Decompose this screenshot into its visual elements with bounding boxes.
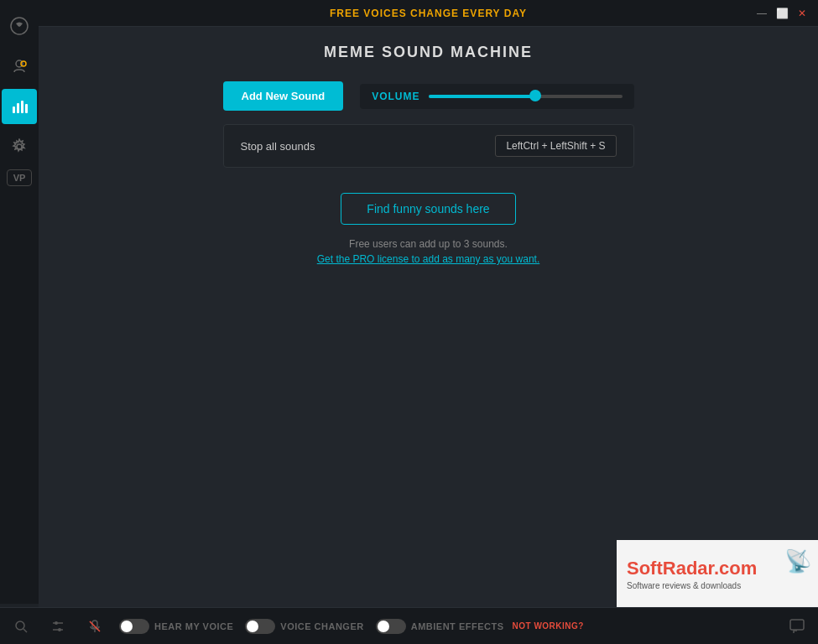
search-icon[interactable] (8, 614, 34, 639)
watermark-logo-soft: Soft (627, 558, 663, 579)
svg-rect-4 (17, 103, 19, 113)
ambient-effects-toggle-wrap: AMBIENT EFFECTS NOT WORKING? (376, 619, 584, 634)
toggle-thumb3 (378, 621, 389, 632)
hear-my-voice-label: HEAR MY VOICE (154, 621, 233, 631)
svg-rect-6 (25, 104, 28, 113)
main-content: MEME SOUND MACHINE Add New Sound VOLUME … (39, 27, 818, 607)
svg-rect-17 (790, 620, 804, 630)
voice-changer-label: VOICE CHANGER (280, 621, 363, 631)
sidebar-item-logo[interactable] (2, 8, 37, 44)
volume-section: VOLUME (360, 84, 633, 109)
sidebar-item-settings[interactable] (2, 129, 37, 164)
watermark-subtitle: Software reviews & downloads (627, 581, 741, 590)
svg-point-13 (58, 628, 61, 631)
find-sounds-button[interactable]: Find funny sounds here (341, 193, 515, 225)
close-button[interactable]: ✕ (793, 4, 811, 23)
sidebar: VP (0, 0, 39, 604)
volume-thumb (529, 90, 541, 101)
svg-rect-5 (21, 101, 23, 113)
pro-link[interactable]: Get the PRO license to add as many as yo… (317, 253, 539, 265)
topbar-title: FREE VOICES CHANGE EVERY DAY (330, 8, 527, 19)
bottombar: HEAR MY VOICE VOICE CHANGER AMBIENT EFFE… (0, 607, 818, 644)
voice-changer-toggle[interactable] (245, 619, 275, 634)
window-controls: — ⬜ ✕ (753, 0, 811, 27)
volume-slider[interactable] (429, 95, 623, 98)
hear-my-voice-toggle-wrap: HEAR MY VOICE (119, 619, 233, 634)
controls-row: Add New Sound VOLUME (223, 81, 634, 111)
svg-point-2 (21, 61, 26, 66)
toggle-thumb2 (247, 621, 258, 632)
free-users-text: Free users can add up to 3 sounds. (349, 238, 508, 250)
sidebar-item-voice[interactable] (2, 49, 37, 84)
toggle-thumb (121, 621, 133, 632)
svg-rect-3 (13, 106, 15, 113)
chat-icon[interactable] (784, 614, 810, 639)
watermark: SoftRadar.com Software reviews & downloa… (617, 540, 818, 607)
hotkey-label: Stop all sounds (241, 140, 315, 153)
voice-changer-toggle-wrap: VOICE CHANGER (245, 619, 363, 634)
volume-fill (429, 95, 535, 98)
page-title: MEME SOUND MACHINE (324, 44, 533, 61)
vp-label: VP (13, 173, 26, 183)
sidebar-item-soundboard[interactable] (2, 89, 37, 124)
svg-point-8 (16, 621, 24, 630)
watermark-satellite-icon: 📡 (784, 548, 811, 574)
watermark-logo: SoftRadar.com (627, 558, 757, 579)
topbar: FREE VOICES CHANGE EVERY DAY — ⬜ ✕ (39, 0, 818, 27)
svg-point-11 (55, 621, 58, 625)
minimize-button[interactable]: — (753, 4, 771, 23)
hotkey-shortcut[interactable]: LeftCtrl + LeftShift + S (495, 135, 616, 157)
restore-button[interactable]: ⬜ (773, 4, 791, 23)
add-sound-button[interactable]: Add New Sound (223, 81, 344, 111)
watermark-logo-radar: Radar (663, 558, 714, 579)
ambient-effects-toggle[interactable] (376, 619, 406, 634)
mic-mute-icon[interactable] (82, 614, 107, 639)
watermark-com: com (719, 558, 757, 579)
not-working-label[interactable]: NOT WORKING? (513, 621, 584, 631)
sidebar-item-vp[interactable]: VP (7, 169, 32, 186)
volume-label: VOLUME (372, 91, 419, 102)
ambient-effects-label: AMBIENT EFFECTS (411, 621, 504, 631)
svg-line-9 (23, 629, 27, 632)
mixer-icon[interactable] (45, 614, 70, 639)
hotkey-row: Stop all sounds LeftCtrl + LeftShift + S (223, 124, 634, 168)
hear-my-voice-toggle[interactable] (119, 619, 149, 634)
